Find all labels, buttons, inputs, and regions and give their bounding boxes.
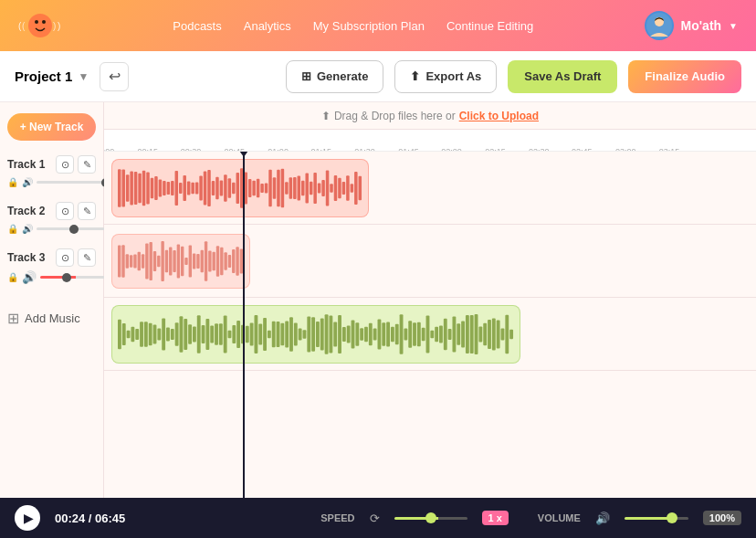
track-2-camera-icon[interactable]: ⊙ bbox=[56, 202, 74, 220]
svg-rect-54 bbox=[301, 180, 305, 195]
svg-rect-82 bbox=[169, 247, 172, 275]
svg-rect-80 bbox=[161, 241, 163, 281]
save-draft-button[interactable]: Save As Draft bbox=[508, 60, 617, 93]
svg-rect-180 bbox=[466, 314, 469, 353]
add-music-icon: ⊞ bbox=[7, 310, 19, 327]
export-button[interactable]: ⬆ Export As bbox=[394, 60, 497, 93]
svg-rect-24 bbox=[179, 183, 183, 194]
volume-icon: 🔊 bbox=[595, 512, 610, 525]
svg-rect-70 bbox=[121, 245, 124, 278]
svg-text:): ) bbox=[58, 21, 60, 31]
svg-rect-91 bbox=[205, 241, 207, 281]
svg-rect-95 bbox=[220, 247, 223, 275]
svg-rect-126 bbox=[228, 330, 232, 338]
svg-rect-157 bbox=[364, 326, 368, 342]
svg-rect-169 bbox=[417, 322, 421, 346]
svg-rect-114 bbox=[175, 322, 179, 346]
track-3-camera-icon[interactable]: ⊙ bbox=[56, 248, 74, 267]
nav-podcasts[interactable]: Podcasts bbox=[173, 19, 221, 33]
svg-rect-66 bbox=[351, 184, 354, 192]
undo-button[interactable]: ↩ bbox=[100, 62, 129, 91]
svg-rect-145 bbox=[311, 317, 315, 352]
upload-link[interactable]: Click to Upload bbox=[459, 110, 539, 122]
header-nav: Podcasts Analytics My Subscription Plan … bbox=[173, 19, 533, 33]
track-3-header: Track 3 ⊙ ✎ bbox=[7, 248, 96, 267]
svg-rect-162 bbox=[386, 322, 390, 346]
svg-rect-121 bbox=[205, 319, 209, 350]
svg-rect-167 bbox=[408, 321, 412, 347]
track-3-edit-icon[interactable]: ✎ bbox=[78, 248, 96, 267]
svg-rect-133 bbox=[258, 323, 262, 344]
svg-rect-90 bbox=[201, 249, 204, 271]
svg-rect-12 bbox=[130, 171, 133, 205]
generate-button[interactable]: ⊞ Generate bbox=[286, 60, 383, 93]
finalize-button[interactable]: Finalize Audio bbox=[628, 60, 741, 93]
bottom-bar: ▶ 00:24 / 06:45 SPEED ⟳ 1 x VOLUME 🔊 100… bbox=[0, 498, 756, 538]
user-info[interactable]: Mo'ath ▼ bbox=[645, 11, 738, 40]
time-display: 00:24 / 06:45 bbox=[55, 512, 125, 525]
svg-rect-124 bbox=[219, 323, 223, 345]
svg-rect-136 bbox=[272, 321, 276, 347]
svg-rect-176 bbox=[448, 329, 452, 340]
play-button[interactable]: ▶ bbox=[15, 505, 40, 531]
svg-rect-31 bbox=[207, 170, 211, 206]
svg-rect-47 bbox=[273, 177, 277, 198]
track-2-lock-icon: 🔒 bbox=[7, 224, 18, 234]
svg-rect-159 bbox=[373, 328, 377, 340]
track-1-row bbox=[104, 152, 756, 225]
generate-icon: ⊞ bbox=[301, 69, 311, 83]
svg-rect-131 bbox=[250, 322, 254, 345]
track-1-waveform[interactable] bbox=[111, 159, 369, 217]
svg-rect-56 bbox=[310, 181, 313, 194]
nav-analytics[interactable]: Analytics bbox=[244, 19, 291, 33]
track-3-waveform[interactable] bbox=[111, 305, 520, 364]
svg-rect-115 bbox=[180, 316, 184, 353]
track-2-controls: Track 2 ⊙ ✎ 🔒 🔊 bbox=[7, 202, 96, 241]
svg-rect-78 bbox=[153, 250, 156, 270]
svg-rect-94 bbox=[216, 246, 219, 277]
svg-rect-74 bbox=[138, 251, 141, 270]
project-name[interactable]: Project 1 ▼ bbox=[15, 69, 89, 84]
svg-rect-143 bbox=[303, 330, 307, 338]
svg-rect-97 bbox=[228, 255, 231, 268]
svg-rect-21 bbox=[167, 181, 171, 194]
svg-rect-68 bbox=[359, 175, 362, 199]
svg-rect-11 bbox=[126, 174, 130, 202]
svg-rect-89 bbox=[196, 253, 199, 268]
svg-rect-14 bbox=[138, 173, 142, 203]
svg-rect-173 bbox=[435, 326, 438, 342]
svg-rect-58 bbox=[318, 183, 321, 193]
track-2-icons: ⊙ ✎ bbox=[56, 202, 96, 220]
svg-rect-104 bbox=[131, 326, 134, 341]
export-icon: ⬆ bbox=[410, 69, 420, 83]
svg-rect-142 bbox=[299, 328, 302, 340]
svg-rect-182 bbox=[475, 314, 478, 354]
volume-slider[interactable] bbox=[625, 517, 688, 520]
track-3-lock-icon: 🔒 bbox=[7, 272, 18, 282]
svg-rect-13 bbox=[134, 172, 138, 205]
new-track-button[interactable]: + New Track bbox=[7, 113, 96, 141]
timeline-ruler: 00:00 00:15 00:30 00:45 01:00 01:15 01:3… bbox=[104, 130, 756, 152]
svg-rect-71 bbox=[126, 254, 129, 268]
speed-slider[interactable] bbox=[394, 517, 467, 520]
track-2-waveform[interactable] bbox=[111, 234, 250, 289]
track-2-edit-icon[interactable]: ✎ bbox=[78, 202, 96, 220]
svg-rect-23 bbox=[175, 170, 179, 205]
svg-rect-112 bbox=[166, 327, 170, 341]
svg-rect-141 bbox=[294, 322, 298, 345]
nav-subscription[interactable]: My Subscription Plan bbox=[313, 19, 425, 33]
svg-rect-151 bbox=[338, 315, 341, 353]
svg-rect-15 bbox=[142, 170, 146, 206]
svg-rect-122 bbox=[210, 325, 214, 343]
svg-rect-174 bbox=[439, 325, 443, 343]
svg-rect-42 bbox=[252, 180, 256, 195]
sidebar: + New Track Track 1 ⊙ ✎ 🔒 🔊 Track 2 ⊙ bbox=[0, 102, 104, 498]
add-music-button[interactable]: ⊞ Add Music bbox=[7, 306, 96, 331]
svg-rect-172 bbox=[430, 330, 434, 338]
svg-rect-18 bbox=[154, 176, 158, 200]
svg-rect-158 bbox=[369, 322, 373, 345]
track-1-edit-icon[interactable]: ✎ bbox=[78, 155, 96, 174]
svg-rect-81 bbox=[165, 249, 168, 271]
nav-continue-editing[interactable]: Continue Editing bbox=[446, 19, 533, 33]
track-1-camera-icon[interactable]: ⊙ bbox=[56, 155, 74, 174]
